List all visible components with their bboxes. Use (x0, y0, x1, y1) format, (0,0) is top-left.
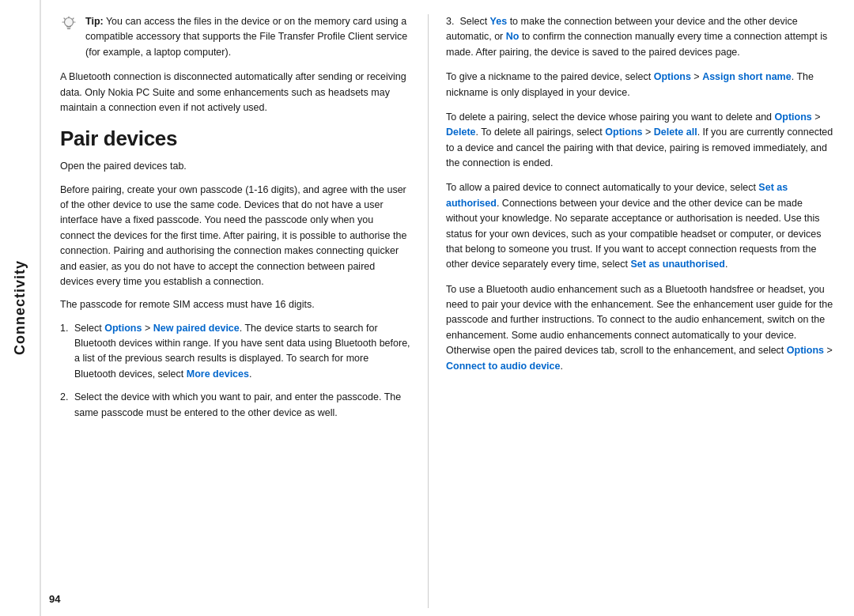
pair-devices-heading: Pair devices (60, 127, 410, 151)
page-number: 94 (49, 593, 60, 605)
page-container: Connectivity Ti (0, 0, 854, 616)
nickname-para: To give a nickname to the paired device,… (446, 70, 835, 100)
list-item: 1. Select Options > New paired device. T… (60, 321, 410, 383)
more-devices-link[interactable]: More devices (187, 368, 249, 380)
sidebar: Connectivity (0, 0, 41, 616)
options-link-3[interactable]: Options (775, 111, 812, 123)
list-item-2-text: Select the device with which you want to… (74, 391, 401, 418)
steps-list: 1. Select Options > New paired device. T… (60, 321, 410, 421)
options-link-4[interactable]: Options (605, 127, 642, 138)
assign-short-name-link[interactable]: Assign short name (702, 71, 792, 82)
delete-all-link[interactable]: Delete all (654, 127, 697, 138)
left-column: Tip: You can access the files in the dev… (41, 14, 429, 608)
list-item-1-text: Select Options > New paired device. The … (74, 323, 410, 380)
tip-body: You can access the files in the device o… (85, 16, 407, 58)
options-link-5[interactable]: Options (787, 345, 824, 356)
step-3-para: 3. Select Yes to make the connection bet… (446, 14, 835, 60)
passcode-para: The passcode for remote SIM access must … (60, 297, 410, 312)
list-num-1: 1. (60, 321, 68, 336)
step-3-num: 3. (446, 16, 459, 27)
list-item: 2. Select the device with which you want… (60, 390, 410, 421)
columns: Tip: You can access the files in the dev… (41, 0, 854, 616)
svg-line-3 (73, 18, 74, 19)
options-link-1[interactable]: Options (104, 323, 142, 334)
audio-para: To use a Bluetooth audio enhancement suc… (446, 282, 835, 374)
connect-to-audio-link[interactable]: Connect to audio device (446, 361, 560, 372)
options-link-2[interactable]: Options (654, 71, 691, 82)
svg-point-0 (65, 18, 74, 27)
set-as-unauthorised-link[interactable]: Set as unauthorised (630, 259, 724, 270)
open-paired-para: Open the paired devices tab. (60, 159, 410, 174)
set-as-authorised-link[interactable]: Set as authorised (446, 182, 788, 208)
svg-line-2 (64, 18, 65, 19)
bt-paragraph: A Bluetooth connection is disconnected a… (60, 70, 410, 115)
delete-para: To delete a pairing, select the device w… (446, 110, 835, 172)
main-content: Tip: You can access the files in the dev… (41, 0, 854, 616)
right-column: 3. Select Yes to make the connection bet… (429, 14, 854, 608)
before-pairing-para: Before pairing, create your own passcode… (60, 183, 410, 290)
no-link[interactable]: No (506, 31, 520, 42)
tip-text: Tip: You can access the files in the dev… (85, 14, 410, 60)
sidebar-label: Connectivity (12, 260, 28, 355)
lightbulb-icon (60, 15, 77, 32)
yes-link[interactable]: Yes (490, 16, 508, 27)
delete-link[interactable]: Delete (446, 127, 476, 138)
authorised-para: To allow a paired device to connect auto… (446, 180, 835, 272)
list-num-2: 2. (60, 390, 68, 405)
step-3-text: Select Yes to make the connection betwee… (446, 16, 827, 58)
new-paired-device-link[interactable]: New paired device (153, 323, 240, 334)
tip-box: Tip: You can access the files in the dev… (60, 14, 410, 60)
tip-label: Tip: (85, 16, 104, 27)
